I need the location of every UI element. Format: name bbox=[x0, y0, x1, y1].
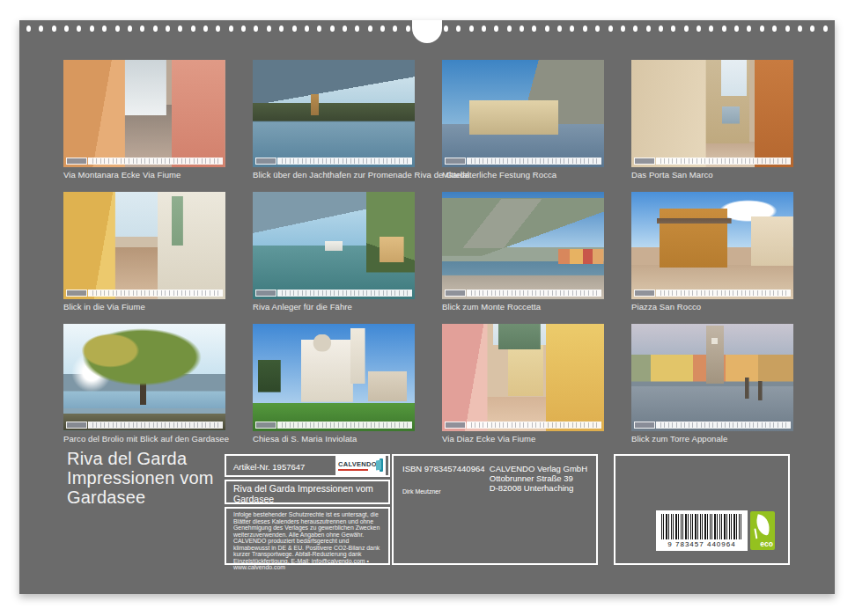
barcode-bars bbox=[661, 514, 742, 539]
mini-calendar-strip bbox=[445, 422, 601, 429]
calvendo-logo-tagline bbox=[338, 469, 368, 471]
month-photo bbox=[631, 60, 793, 167]
mini-calendar-strip bbox=[66, 290, 223, 297]
month-thumbnail: Via Diaz Ecke Via Fiume bbox=[442, 324, 604, 444]
month-caption: Via Diaz Ecke Via Fiume bbox=[442, 434, 604, 444]
month-photo bbox=[63, 60, 225, 167]
publisher-line-3: D-82008 Unterhaching bbox=[490, 483, 587, 493]
info-box-left-column: Artikel-Nr. 1957647 CALVENDO Riva del Ga… bbox=[225, 454, 390, 565]
calendar-page-icon bbox=[380, 458, 383, 472]
mini-calendar-days bbox=[277, 422, 412, 429]
mini-calendar-month-label bbox=[255, 158, 276, 165]
leaf-icon bbox=[754, 514, 773, 535]
mini-calendar-strip bbox=[445, 290, 601, 297]
month-photo bbox=[253, 324, 415, 431]
month-photo bbox=[442, 192, 604, 299]
mini-calendar-days bbox=[467, 422, 601, 429]
publisher-box: ISBN 9783457440964 Dirk Meutzner CALVEND… bbox=[392, 454, 598, 565]
month-caption: Blick zum Torre Apponale bbox=[631, 434, 793, 444]
month-photo bbox=[253, 192, 415, 299]
mini-calendar-strip bbox=[445, 158, 601, 165]
month-photo bbox=[253, 60, 415, 167]
legal-text: Infolge bestehender Schutzrechte ist es … bbox=[225, 507, 390, 565]
mini-calendar-strip bbox=[634, 290, 791, 297]
month-caption: Blick zum Monte Roccetta bbox=[442, 302, 604, 312]
month-photo bbox=[63, 324, 225, 431]
month-caption: Chiesa di S. Maria Inviolata bbox=[253, 434, 415, 444]
mini-calendar-month-label bbox=[255, 290, 276, 297]
title-line-3: Gardasee bbox=[67, 488, 214, 507]
month-caption: Via Montanara Ecke Via Fiume bbox=[63, 170, 225, 180]
mini-calendar-days bbox=[88, 290, 223, 297]
month-caption: Parco del Brolio mit Blick auf den Garda… bbox=[63, 434, 225, 444]
title-line-2: Impressionen vom bbox=[67, 468, 214, 488]
month-caption: Piazza San Rocco bbox=[631, 302, 793, 312]
mini-calendar-month-label bbox=[66, 290, 87, 297]
barcode-box: 9 783457 440964 eco bbox=[614, 454, 790, 565]
month-thumbnail: Blick in die Via Fiume bbox=[63, 192, 225, 312]
month-thumbnail: Riva Anleger für die Fähre bbox=[253, 192, 415, 312]
mini-calendar-strip bbox=[66, 422, 223, 429]
barcode-digits: 9 783457 440964 bbox=[656, 540, 748, 548]
mini-calendar-days bbox=[88, 158, 223, 165]
mini-calendar-month-label bbox=[445, 422, 466, 429]
eco-logo: eco bbox=[750, 511, 775, 550]
article-number-box: Artikel-Nr. 1957647 CALVENDO bbox=[225, 454, 390, 477]
calendar-back-sheet: Via Montanara Ecke Via Fiume Blick über … bbox=[19, 20, 835, 594]
month-thumbnail: Chiesa di S. Maria Inviolata bbox=[253, 324, 415, 444]
mini-calendar-month-label bbox=[445, 290, 466, 297]
ean-barcode: 9 783457 440964 bbox=[656, 510, 748, 551]
mini-calendar-month-label bbox=[255, 422, 276, 429]
mini-calendar-strip bbox=[66, 158, 223, 165]
month-thumbnail: Blick zum Monte Roccetta bbox=[442, 192, 604, 312]
month-photo bbox=[631, 192, 793, 299]
mini-calendar-month-label bbox=[634, 290, 655, 297]
month-caption: Blick in die Via Fiume bbox=[63, 302, 225, 312]
month-photo bbox=[442, 60, 604, 167]
month-thumbnail: Mittelalterliche Festung Rocca bbox=[442, 60, 604, 180]
calvendo-logo-text: CALVENDO bbox=[338, 460, 377, 468]
month-thumbnail: Blick über den Jachthafen zur Promenade … bbox=[253, 60, 415, 180]
month-thumbnail: Parco del Brolio mit Blick auf den Garda… bbox=[63, 324, 225, 444]
hanging-hole bbox=[412, 20, 442, 43]
mini-calendar-days bbox=[277, 290, 412, 297]
month-thumbnail: Piazza San Rocco bbox=[631, 192, 793, 312]
month-thumbnail: Via Montanara Ecke Via Fiume bbox=[63, 60, 225, 180]
month-thumbnail: Blick zum Torre Apponale bbox=[631, 324, 793, 444]
eco-label: eco bbox=[760, 539, 773, 548]
calendar-title: Riva del Garda Impressionen vom Gardasee bbox=[67, 449, 214, 507]
month-thumbnail: Das Porta San Marco bbox=[631, 60, 793, 180]
mini-calendar-month-label bbox=[634, 158, 655, 165]
mini-calendar-strip bbox=[255, 422, 412, 429]
isbn: ISBN 9783457440964 bbox=[402, 464, 485, 473]
author-name: Dirk Meutzner bbox=[402, 488, 485, 495]
month-photo bbox=[631, 324, 793, 431]
mini-calendar-strip bbox=[634, 158, 791, 165]
mini-calendar-days bbox=[277, 158, 412, 165]
info-title: Riva del Garda Impressionen vom Gardasee bbox=[225, 480, 390, 504]
publisher-line-2: Ottobrunner Straße 39 bbox=[490, 473, 587, 483]
calvendo-logo-text-wrap: CALVENDO bbox=[338, 460, 377, 471]
mini-calendar-days bbox=[656, 422, 791, 429]
mini-calendar-month-label bbox=[445, 158, 466, 165]
mini-calendar-strip bbox=[255, 158, 412, 165]
month-photo bbox=[442, 324, 604, 431]
mini-calendar-days bbox=[656, 290, 791, 297]
month-caption: Riva Anleger für die Fähre bbox=[253, 302, 415, 312]
mini-calendar-month-label bbox=[66, 422, 87, 429]
mini-calendar-strip bbox=[255, 290, 412, 297]
mini-calendar-days bbox=[467, 158, 601, 165]
info-box: Artikel-Nr. 1957647 CALVENDO Riva del Ga… bbox=[225, 454, 598, 565]
month-caption: Mittelalterliche Festung Rocca bbox=[442, 170, 604, 180]
mini-calendar-days bbox=[88, 422, 223, 429]
month-caption: Blick über den Jachthafen zur Promenade … bbox=[253, 170, 415, 180]
mini-calendar-days bbox=[656, 158, 791, 165]
month-caption: Das Porta San Marco bbox=[631, 170, 793, 180]
publisher-address: CALVENDO Verlag GmbH Ottobrunner Straße … bbox=[490, 464, 587, 495]
month-photo bbox=[63, 192, 225, 299]
mini-calendar-month-label bbox=[634, 422, 655, 429]
mini-calendar-days bbox=[467, 290, 601, 297]
mini-calendar-month-label bbox=[66, 158, 87, 165]
calvendo-logo: CALVENDO bbox=[335, 454, 386, 476]
article-number: Artikel-Nr. 1957647 bbox=[233, 462, 305, 472]
